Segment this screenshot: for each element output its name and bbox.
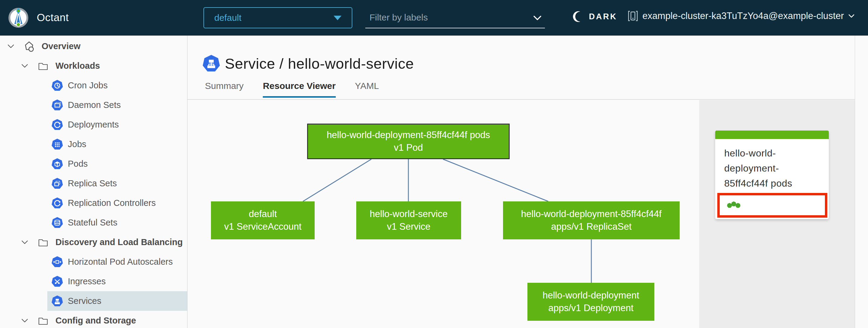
sidebar-item-label: Services	[68, 296, 101, 306]
chevron-down-icon[interactable]	[533, 15, 542, 21]
ingresses-icon	[52, 276, 63, 287]
node-kind: v1 Pod	[394, 141, 423, 154]
moon-icon	[572, 10, 584, 23]
node-name: hello-world-service	[370, 208, 447, 220]
hpa-icon	[52, 256, 63, 268]
sidebar-item-jobs[interactable]: Jobs	[0, 135, 187, 154]
theme-toggle-label: DARK	[589, 12, 617, 21]
jobs-icon	[52, 139, 63, 150]
sidebar-item-label: Replication Controllers	[68, 198, 156, 208]
replication-controllers-icon	[52, 198, 63, 209]
sidebar-item-horizontal-pod-autoscalers[interactable]: Horizontal Pod Autoscalers	[0, 252, 187, 272]
sidebar-item-stateful-sets[interactable]: Stateful Sets	[0, 213, 187, 233]
tab-bar: Summary Resource Viewer YAML	[205, 81, 398, 98]
sidebar-nav: Overview Workloads Cron Jobs Daemon Sets	[0, 36, 187, 328]
services-icon	[52, 295, 63, 307]
detail-side-panel: hello-world-deployment-85ff4cf44f pods	[699, 100, 855, 328]
cluster-selector[interactable]: example-cluster-ka3TuTzYo4a@example-clus…	[627, 10, 855, 22]
applications-icon	[24, 41, 35, 52]
node-name: hello-world-deployment-85ff4cf44f	[521, 208, 661, 220]
resource-detail-card: hello-world-deployment-85ff4cf44f pods	[715, 130, 829, 219]
app-header: Octant default DARK example-cluster-ka3T…	[0, 0, 868, 36]
tab-summary[interactable]: Summary	[205, 81, 244, 98]
sidebar-group-label: Config and Storage	[56, 316, 136, 326]
sidebar-group-discovery[interactable]: Discovery and Load Balancing	[0, 233, 187, 252]
cluster-icon	[627, 10, 638, 22]
page-title: Service / hello-world-service	[225, 55, 414, 72]
service-icon	[203, 55, 220, 72]
content-divider	[187, 99, 855, 100]
sidebar-item-replica-sets[interactable]: Replica Sets	[0, 174, 187, 193]
node-name: hello-world-deployment-85ff4cf44f pods	[327, 129, 490, 141]
sidebar-item-label: Replica Sets	[68, 178, 117, 188]
resource-viewer-canvas[interactable]: hello-world-deployment-85ff4cf44f pods v…	[187, 100, 699, 328]
sidebar-item-label: Cron Jobs	[68, 81, 107, 90]
sidebar-item-label: Overview	[41, 41, 81, 51]
card-title: hello-world-deployment-85ff4cf44f pods	[715, 139, 829, 191]
graph-node-replicaset[interactable]: hello-world-deployment-85ff4cf44f apps/v…	[503, 201, 680, 239]
sidebar-item-label: Daemon Sets	[68, 100, 121, 110]
node-name: default	[249, 208, 277, 220]
node-kind: apps/v1 Deployment	[548, 302, 633, 315]
node-kind: v1 Service	[387, 220, 431, 233]
chevron-down-icon	[848, 13, 855, 19]
chevron-down-icon[interactable]	[7, 44, 14, 49]
node-kind: apps/v1 ReplicaSet	[551, 220, 631, 233]
replicasets-icon	[52, 178, 63, 189]
graph-node-deployment[interactable]: hello-world-deployment apps/v1 Deploymen…	[527, 283, 654, 321]
pod-status-box[interactable]	[717, 193, 827, 218]
sidebar-group-label: Workloads	[56, 61, 100, 71]
cronjobs-icon	[52, 80, 63, 91]
namespace-value: default	[214, 13, 241, 23]
page-header: Service / hello-world-service	[203, 55, 414, 72]
tab-resource-viewer[interactable]: Resource Viewer	[263, 81, 336, 98]
sidebar-item-services[interactable]: Services	[0, 291, 187, 311]
sidebar-item-daemon-sets[interactable]: Daemon Sets	[0, 95, 187, 115]
app-title: Octant	[37, 11, 69, 24]
octant-logo-icon	[8, 7, 29, 28]
caret-down-icon	[334, 16, 341, 20]
pod-status-dot	[731, 201, 736, 207]
theme-toggle[interactable]: DARK	[572, 10, 617, 23]
daemonsets-icon	[52, 99, 63, 111]
sidebar-item-label: Jobs	[68, 139, 86, 149]
sidebar-group-config-and-storage[interactable]: Config and Storage	[0, 311, 187, 328]
sidebar-item-cron-jobs[interactable]: Cron Jobs	[0, 76, 187, 95]
graph-node-service[interactable]: hello-world-service v1 Service	[356, 201, 461, 239]
deployments-icon	[52, 119, 63, 130]
label-filter-input[interactable]	[365, 8, 528, 27]
folder-icon	[38, 316, 48, 325]
statefulsets-icon	[52, 217, 63, 229]
sidebar-item-label: Horizontal Pod Autoscalers	[68, 257, 173, 267]
folder-icon	[38, 61, 48, 70]
sidebar-item-label: Deployments	[68, 120, 119, 130]
sidebar-item-overview[interactable]: Overview	[0, 36, 187, 56]
pods-icon	[52, 158, 63, 170]
node-name: hello-world-deployment	[542, 289, 639, 302]
sidebar-item-deployments[interactable]: Deployments	[0, 115, 187, 135]
folder-icon	[38, 238, 48, 247]
label-filter	[365, 8, 545, 28]
sidebar-item-label: Ingresses	[68, 276, 106, 287]
node-kind: v1 ServiceAccount	[224, 220, 302, 233]
sidebar-group-workloads[interactable]: Workloads	[0, 56, 187, 76]
sidebar-item-label: Stateful Sets	[68, 218, 117, 228]
chevron-down-icon[interactable]	[21, 318, 28, 323]
sidebar-item-ingresses[interactable]: Ingresses	[0, 272, 187, 291]
graph-node-pod[interactable]: hello-world-deployment-85ff4cf44f pods v…	[307, 124, 510, 159]
sidebar-group-label: Discovery and Load Balancing	[56, 237, 183, 247]
chevron-down-icon[interactable]	[21, 240, 28, 244]
chevron-down-icon[interactable]	[21, 64, 28, 68]
status-bar	[715, 130, 829, 139]
sidebar-item-label: Pods	[68, 159, 88, 169]
graph-node-serviceaccount[interactable]: default v1 ServiceAccount	[211, 201, 315, 239]
sidebar-item-pods[interactable]: Pods	[0, 154, 187, 174]
panel-edge-line	[855, 36, 855, 328]
namespace-select[interactable]: default	[204, 7, 352, 28]
tab-yaml[interactable]: YAML	[355, 81, 379, 98]
cluster-name: example-cluster-ka3TuTzYo4a@example-clus…	[643, 10, 844, 21]
sidebar-item-replication-controllers[interactable]: Replication Controllers	[0, 193, 187, 213]
